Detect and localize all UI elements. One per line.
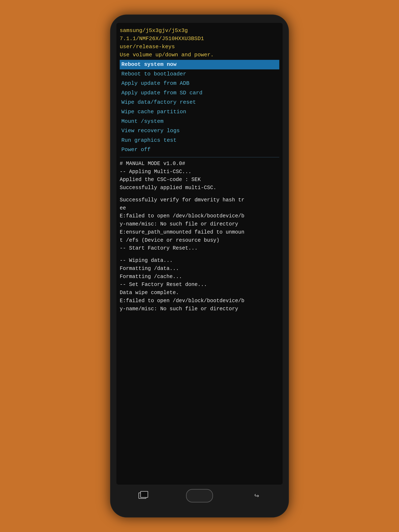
- menu-item-power-off[interactable]: Power off: [120, 145, 279, 155]
- menu-item-apply-adb[interactable]: Apply update from ADB: [120, 79, 279, 88]
- menu-item-wipe-data[interactable]: Wipe data/factory reset: [120, 98, 279, 107]
- log-line-10: t /efs (Device or resource busy): [120, 236, 279, 245]
- log-line-9: E:ensure_path_unmounted failed to unmoun: [120, 228, 279, 236]
- log-line-14: Formatting /data...: [120, 265, 279, 273]
- log-line-15: Formatting /cache...: [120, 273, 279, 281]
- log-line-6: ee: [120, 204, 279, 212]
- log-output: # MANUAL MODE v1.0.0# -- Appling Multi-C…: [120, 160, 279, 313]
- log-line-19: y-name/misc: No such file or directory: [120, 305, 279, 313]
- menu-item-reboot-system[interactable]: Reboot system now: [120, 60, 279, 70]
- log-line-1: -- Appling Multi-CSC...: [120, 168, 279, 176]
- nav-bar: ↩: [116, 486, 283, 505]
- menu-item-wipe-cache[interactable]: Wipe cache partition: [120, 107, 279, 117]
- screen-content: samsung/j5x3gjv/j5x3g 7.1.1/NMF26X/J510H…: [116, 25, 283, 485]
- log-line-17: Data wipe complete.: [120, 289, 279, 297]
- menu-item-apply-sd[interactable]: Apply update from SD card: [120, 88, 279, 98]
- header-line2: 7.1.1/NMF26X/J510HXXU3BSD1: [120, 35, 279, 43]
- back-icon: ↩: [254, 491, 259, 500]
- section-divider: [120, 157, 279, 157]
- home-button[interactable]: [186, 489, 213, 502]
- log-line-0: # MANUAL MODE v1.0.0#: [120, 160, 279, 168]
- menu-item-mount-system[interactable]: Mount /system: [120, 117, 279, 126]
- log-line-8: y-name/misc: No such file or directory: [120, 220, 279, 228]
- header-line4: Use volume up/down and power.: [120, 51, 279, 59]
- back-button[interactable]: ↩: [248, 490, 265, 501]
- log-line-7: E:failed to open /dev/block/bootdevice/b: [120, 212, 279, 220]
- phone-device: samsung/j5x3gjv/j5x3g 7.1.1/NMF26X/J510H…: [110, 14, 289, 518]
- menu-item-reboot-bootloader[interactable]: Reboot to bootloader: [120, 70, 279, 79]
- header-line1: samsung/j5x3gjv/j5x3g: [120, 27, 279, 35]
- log-line-16: -- Set Factory Reset done...: [120, 281, 279, 289]
- header-info: samsung/j5x3gjv/j5x3g 7.1.1/NMF26X/J510H…: [120, 27, 279, 59]
- log-line-2: Applied the CSC-code : SEK: [120, 176, 279, 184]
- menu-item-view-logs[interactable]: View recovery logs: [120, 126, 279, 136]
- log-blank-2: [120, 253, 279, 257]
- phone-screen: samsung/j5x3gjv/j5x3g 7.1.1/NMF26X/J510H…: [116, 23, 283, 485]
- header-line3: user/release-keys: [120, 43, 279, 51]
- log-blank-1: [120, 192, 279, 196]
- log-line-11: -- Start Factory Reset...: [120, 244, 279, 253]
- log-line-5: Successfully verify for dmverity hash tr: [120, 196, 279, 204]
- log-line-18: E:failed to open /dev/block/bootdevice/b: [120, 297, 279, 305]
- recent-apps-button[interactable]: [134, 490, 151, 501]
- log-line-13: -- Wiping data...: [120, 257, 279, 265]
- recent-apps-icon: [138, 493, 146, 499]
- log-line-3: Successfully applied multi-CSC.: [120, 184, 279, 192]
- menu-item-run-graphics[interactable]: Run graphics test: [120, 136, 279, 145]
- recovery-menu: Reboot system now Reboot to bootloader A…: [120, 60, 279, 155]
